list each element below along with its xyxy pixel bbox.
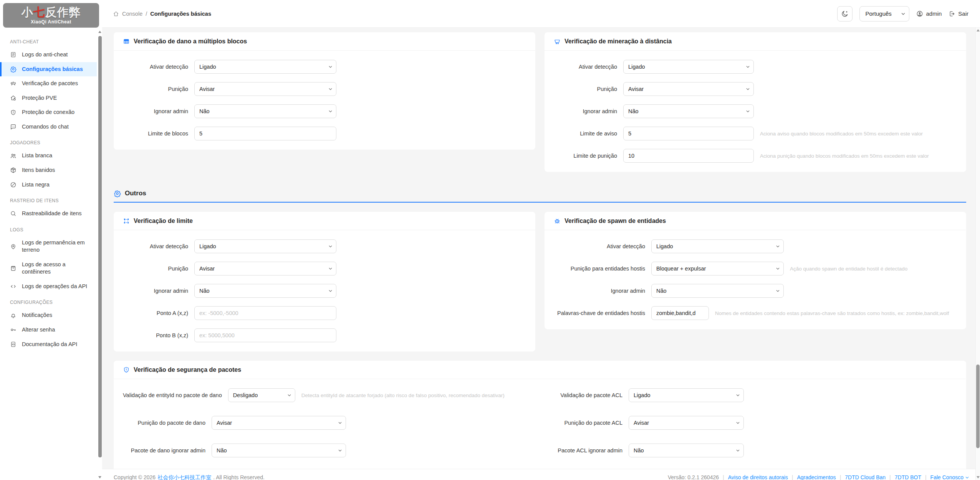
doc-code-icon <box>10 341 17 348</box>
sidebar-item-label: Documentação da API <box>22 341 77 348</box>
form-row: Pacote ACL ignorar admin Não <box>548 444 957 457</box>
sidebar-item-label: Logs de acesso a contêineres <box>22 261 93 276</box>
sidebar-item-logs-conteineres[interactable]: Logs de acesso a contêineres <box>0 257 97 279</box>
pacote-dano-ignorar-admin-select[interactable]: Não <box>212 444 346 457</box>
sidebar-item-protecao-conexao[interactable]: Proteção de conexão <box>0 105 97 120</box>
sidebar-item-alterar-senha[interactable]: Alterar senha <box>0 323 97 337</box>
gear-icon <box>10 66 17 73</box>
limite-aviso-input[interactable] <box>623 127 754 140</box>
form-row: Punição Avisar <box>554 82 957 96</box>
sidebar-item-verificacao-pacotes[interactable]: Verificação de pacotes <box>0 76 97 91</box>
punicao-pacote-dano-select[interactable]: Avisar <box>212 416 346 430</box>
ponto-b-input[interactable] <box>194 328 336 342</box>
copyright: Copyright © 2026 社会你小七科技工作室 . All Rights… <box>114 474 265 480</box>
limite-punicao-input[interactable] <box>623 149 754 163</box>
form-row: Limite de aviso Aciona aviso quando bloc… <box>554 127 957 140</box>
sidebar-scrollbar[interactable] <box>98 30 102 479</box>
validacao-entityid-select[interactable]: Desligado <box>228 388 295 402</box>
logo-seg3: 反作弊 <box>45 6 81 18</box>
sidebar-item-protecao-pve[interactable]: Proteção PVE <box>0 91 97 106</box>
footer-separator: | <box>723 474 724 480</box>
ignorar-admin-select[interactable]: Não <box>623 104 754 118</box>
field-label: Ativar detecção <box>554 243 645 249</box>
sidebar-item-itens-banidos[interactable]: Itens banidos <box>0 163 97 178</box>
breadcrumb-separator: / <box>146 11 147 17</box>
form-row: Ativar detecção Ligado <box>554 239 957 253</box>
card-verificacao-limite: Verificação de limite Ativar detecção Li… <box>114 212 535 351</box>
field-label: Ignorar admin <box>554 288 645 294</box>
footer-link-7dtd-cloud-ban[interactable]: 7DTD Cloud Ban <box>845 474 886 480</box>
packet-security-left-column: Validação de entityId no pacote de dano … <box>123 388 532 471</box>
copyright-suffix: . All Rights Reserved. <box>213 474 265 480</box>
footer-link-copyright-notice[interactable]: Aviso de direitos autorais <box>728 474 788 480</box>
ativar-deteccao-select[interactable]: Ligado <box>194 60 336 74</box>
sidebar-item-label: Lista branca <box>22 152 52 160</box>
sidebar-item-doc-api[interactable]: Documentação da API <box>0 337 97 352</box>
contact-menu[interactable]: Fale Conosco <box>930 474 969 480</box>
scrollbar-thumb[interactable] <box>98 36 102 457</box>
field-label: Limite de punição <box>554 153 617 159</box>
punicao-select[interactable]: Avisar <box>623 82 754 96</box>
footer-link-7dtd-bot[interactable]: 7DTD BOT <box>895 474 921 480</box>
sidebar-item-lista-negra[interactable]: Lista negra <box>0 178 97 192</box>
form-row: Ativar detecção Ligado <box>554 60 957 74</box>
group-title-logs: LOGS <box>10 227 97 233</box>
language-select[interactable]: Português <box>859 6 909 21</box>
punicao-select[interactable]: Avisar <box>194 82 336 96</box>
group-title-anticheat: ANTI-CHEAT <box>10 39 97 45</box>
ativar-deteccao-select[interactable]: Ligado <box>194 239 336 253</box>
breadcrumb-root[interactable]: Console <box>122 11 142 17</box>
field-label: Limite de blocos <box>123 130 188 137</box>
field-label: Ignorar admin <box>554 108 617 114</box>
field-hint: Ação quando spawn de entidade hostil é d… <box>790 266 907 272</box>
logo-seg1: 小 <box>22 6 33 18</box>
main-scrollbar[interactable] <box>975 28 980 480</box>
scroll-up-arrow[interactable] <box>98 31 101 33</box>
validacao-pacote-acl-select[interactable]: Ligado <box>629 388 744 402</box>
limite-blocos-input[interactable] <box>194 127 336 140</box>
scroll-up-arrow[interactable] <box>977 29 980 31</box>
punicao-select[interactable]: Avisar <box>194 262 336 275</box>
sidebar-item-label: Proteção PVE <box>22 94 57 102</box>
group-title-jogadores: JOGADORES <box>10 140 97 145</box>
form-row: Ativar detecção Ligado <box>123 239 526 253</box>
scrollbar-thumb[interactable] <box>976 365 980 448</box>
page-content: Verificação de dano a múltiplos blocos A… <box>102 28 975 480</box>
user-menu[interactable]: admin <box>916 10 942 17</box>
logo-subtitle: XiaoQi AntiCheat <box>31 19 71 25</box>
field-label: Ignorar admin <box>123 288 188 294</box>
people-icon <box>10 153 17 159</box>
footer-separator: | <box>840 474 841 480</box>
ignorar-admin-select[interactable]: Não <box>194 104 336 118</box>
scroll-down-arrow[interactable] <box>98 476 101 478</box>
logout-button[interactable]: Sair <box>949 10 968 17</box>
form-row: Limite de punição Aciona punição quando … <box>554 149 957 163</box>
scroll-down-arrow[interactable] <box>977 476 980 478</box>
sidebar-item-notificacoes[interactable]: Notificações <box>0 308 97 323</box>
sidebar-item-rastreabilidade[interactable]: Rastreabilidade de itens <box>0 206 97 221</box>
ativar-deteccao-select[interactable]: Ligado <box>623 60 754 74</box>
pacote-acl-ignorar-admin-select[interactable]: Não <box>629 444 744 457</box>
footer-link-agradecimentos[interactable]: Agradecimentos <box>797 474 836 480</box>
ativar-deteccao-select[interactable]: Ligado <box>651 239 784 253</box>
sidebar-item-logs-anticheat[interactable]: Logs do anti-cheat <box>0 48 97 62</box>
breadcrumb-current: Configurações básicas <box>150 11 211 17</box>
sidebar-item-config-basicas[interactable]: Configurações básicas <box>0 62 97 77</box>
punicao-pacote-acl-select[interactable]: Avisar <box>629 416 744 430</box>
punicao-entidades-hostis-select[interactable]: Bloquear + expulsar <box>651 262 784 275</box>
group-title-rastreio: RASTREIO DE ITENS <box>10 198 97 203</box>
theme-toggle-button[interactable] <box>837 6 853 21</box>
sidebar-item-lista-branca[interactable]: Lista branca <box>0 148 97 163</box>
studio-link[interactable]: 社会你小七科技工作室 <box>157 474 211 480</box>
palavras-chave-hostis-input[interactable] <box>651 306 709 320</box>
ponto-a-input[interactable] <box>194 306 336 320</box>
journal-icon <box>10 51 17 58</box>
section-divider <box>114 202 966 203</box>
ignorar-admin-select[interactable]: Não <box>651 284 784 298</box>
sidebar-item-comandos-chat[interactable]: Comandos do chat <box>0 120 97 134</box>
sidebar-item-label: Configurações básicas <box>22 66 83 73</box>
form-row: Punição Avisar <box>123 82 526 96</box>
sidebar-item-logs-api[interactable]: Logs de operações da API <box>0 279 97 294</box>
ignorar-admin-select[interactable]: Não <box>194 284 336 298</box>
sidebar-item-logs-terreno[interactable]: Logs de permanência em terreno <box>0 236 97 257</box>
